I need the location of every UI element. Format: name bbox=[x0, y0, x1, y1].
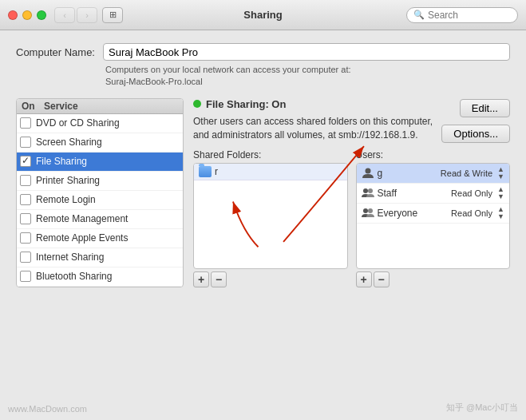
grid-button[interactable]: ⊞ bbox=[102, 7, 123, 23]
perm-arrows-staff: ▲▼ bbox=[497, 186, 504, 200]
service-item-dvd[interactable]: DVD or CD Sharing bbox=[17, 114, 183, 133]
search-input[interactable] bbox=[428, 10, 511, 21]
search-icon: 🔍 bbox=[413, 10, 425, 20]
window-title: Sharing bbox=[243, 9, 282, 21]
user-name-everyone: Everyone bbox=[378, 208, 449, 219]
maximize-button[interactable] bbox=[37, 10, 46, 20]
computer-name-label: Computer Name: bbox=[16, 46, 95, 58]
svg-point-4 bbox=[368, 208, 373, 213]
services-list: DVD or CD Sharing Screen Sharing File Sh… bbox=[17, 114, 183, 287]
user-group-icon-staff bbox=[362, 187, 374, 200]
folder-icon bbox=[199, 166, 212, 177]
service-label-remote-mgmt: Remote Management bbox=[36, 213, 128, 224]
folder-item[interactable]: r bbox=[194, 164, 347, 180]
col-on-header: On bbox=[22, 101, 44, 112]
service-label-file: File Sharing bbox=[36, 156, 87, 167]
search-box: 🔍 bbox=[406, 7, 518, 23]
user-single-icon bbox=[362, 167, 374, 180]
service-checkbox-remote-login[interactable] bbox=[20, 194, 31, 205]
folder-section: Shared Folders: r + − bbox=[193, 149, 348, 287]
user-item-staff[interactable]: Staff Read Only ▲▼ bbox=[357, 184, 510, 204]
svg-point-2 bbox=[368, 188, 373, 193]
remove-folder-button[interactable]: − bbox=[211, 271, 227, 287]
options-button[interactable]: Options... bbox=[441, 125, 510, 143]
col-service-header: Service bbox=[44, 101, 178, 112]
service-checkbox-printer[interactable] bbox=[20, 175, 31, 186]
traffic-lights bbox=[8, 10, 46, 20]
lower-panel: On Service DVD or CD Sharing Screen Shar… bbox=[16, 98, 510, 287]
watermark-left: www.MacDown.com bbox=[8, 404, 87, 414]
local-network-info: Computers on your local network can acce… bbox=[105, 64, 510, 89]
user-item-first[interactable]: g Read & Write ▲▼ bbox=[357, 164, 510, 184]
service-label-bluetooth: Bluetooth Sharing bbox=[36, 271, 112, 282]
service-label-apple-events: Remote Apple Events bbox=[36, 232, 128, 244]
svg-point-1 bbox=[363, 188, 368, 193]
user-permission-everyone: Read Only bbox=[451, 208, 492, 218]
add-user-button[interactable]: + bbox=[356, 271, 372, 287]
shared-folders-list: r bbox=[193, 163, 348, 268]
service-item-bluetooth[interactable]: Bluetooth Sharing bbox=[17, 267, 183, 287]
status-dot bbox=[193, 100, 201, 108]
remove-user-button[interactable]: − bbox=[374, 271, 390, 287]
service-label-printer: Printer Sharing bbox=[36, 175, 100, 186]
main-content: Computer Name: Computers on your local n… bbox=[0, 30, 526, 295]
service-label-screen: Screen Sharing bbox=[36, 137, 102, 148]
service-item-file[interactable]: File Sharing bbox=[17, 153, 183, 172]
status-bar: File Sharing: On bbox=[193, 98, 441, 110]
close-button[interactable] bbox=[8, 10, 18, 20]
services-header: On Service bbox=[17, 99, 183, 114]
user-list-controls: + − bbox=[356, 271, 511, 287]
service-checkbox-bluetooth[interactable] bbox=[20, 271, 31, 282]
user-permission-staff: Read Only bbox=[451, 188, 492, 198]
folder-list-controls: + − bbox=[193, 271, 348, 287]
right-panel: File Sharing: On Other users can access … bbox=[193, 98, 510, 287]
svg-point-3 bbox=[363, 208, 368, 213]
edit-button[interactable]: Edit... bbox=[460, 99, 510, 117]
svg-point-0 bbox=[365, 168, 370, 174]
forward-button[interactable]: › bbox=[77, 7, 97, 23]
service-checkbox-screen[interactable] bbox=[20, 137, 31, 148]
user-permission-first: Read & Write bbox=[441, 168, 492, 178]
user-group-icon-everyone bbox=[362, 207, 374, 220]
perm-arrows-everyone: ▲▼ bbox=[497, 206, 504, 220]
service-item-apple-events[interactable]: Remote Apple Events bbox=[17, 229, 183, 248]
user-item-everyone[interactable]: Everyone Read Only ▲▼ bbox=[357, 204, 510, 224]
user-name-first: g bbox=[378, 168, 437, 179]
add-folder-button[interactable]: + bbox=[193, 271, 209, 287]
perm-arrows-first: ▲▼ bbox=[497, 166, 504, 180]
nav-buttons: ‹ › bbox=[54, 7, 97, 23]
service-checkbox-dvd[interactable] bbox=[20, 117, 31, 129]
service-checkbox-internet[interactable] bbox=[20, 252, 31, 263]
service-checkbox-apple-events[interactable] bbox=[20, 232, 31, 244]
service-item-remote-mgmt[interactable]: Remote Management bbox=[17, 210, 183, 229]
minimize-button[interactable] bbox=[22, 10, 32, 20]
service-item-remote-login[interactable]: Remote Login bbox=[17, 191, 183, 210]
users-header: Users: bbox=[356, 149, 511, 160]
service-label-internet: Internet Sharing bbox=[36, 252, 104, 263]
service-checkbox-file[interactable] bbox=[20, 156, 31, 167]
service-label-dvd: DVD or CD Sharing bbox=[36, 117, 120, 129]
users-list: g Read & Write ▲▼ Staff bbox=[356, 163, 511, 268]
back-button[interactable]: ‹ bbox=[54, 7, 75, 23]
right-top-text: File Sharing: On Other users can access … bbox=[193, 98, 441, 150]
service-checkbox-remote-mgmt[interactable] bbox=[20, 213, 31, 224]
shared-folders-header: Shared Folders: bbox=[193, 149, 348, 160]
description-text: Other users can access shared folders on… bbox=[193, 115, 441, 142]
computer-name-input[interactable] bbox=[103, 43, 510, 61]
folders-users-row: Shared Folders: r + − Users: bbox=[193, 149, 510, 287]
computer-name-row: Computer Name: bbox=[16, 43, 510, 61]
service-item-screen[interactable]: Screen Sharing bbox=[17, 133, 183, 153]
status-text: File Sharing: On bbox=[206, 98, 286, 110]
users-section: Users: g Read & Write ▲▼ bbox=[356, 149, 511, 287]
service-item-printer[interactable]: Printer Sharing bbox=[17, 172, 183, 191]
service-label-remote-login: Remote Login bbox=[36, 194, 96, 205]
services-panel: On Service DVD or CD Sharing Screen Shar… bbox=[16, 98, 184, 287]
titlebar: ‹ › ⊞ Sharing 🔍 bbox=[0, 0, 526, 30]
folder-name: r bbox=[215, 166, 218, 177]
service-item-internet[interactable]: Internet Sharing bbox=[17, 248, 183, 267]
watermark-right: 知乎 @Mac小叮当 bbox=[446, 402, 518, 414]
user-name-staff: Staff bbox=[378, 188, 449, 199]
